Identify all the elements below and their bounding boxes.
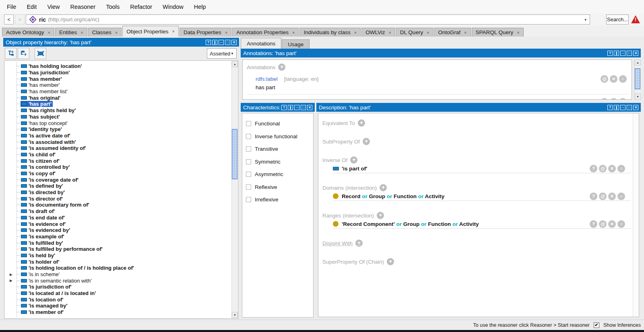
- annotate-icon[interactable]: @: [601, 98, 608, 100]
- delete-icon[interactable]: ✕: [610, 75, 617, 83]
- scrollbar-thumb[interactable]: [635, 68, 640, 89]
- tree-row[interactable]: 'is location of': [4, 296, 231, 303]
- tab-ontograf[interactable]: OntoGraf×: [434, 28, 471, 37]
- close-icon[interactable]: ✕: [633, 51, 638, 56]
- tab-owlviz[interactable]: OWLViz×: [361, 28, 395, 37]
- tree-row[interactable]: 'is citizen of': [4, 158, 231, 164]
- delete-property-button[interactable]: [35, 48, 46, 59]
- add-inverse-ofbutton[interactable]: +: [350, 156, 357, 164]
- add-ranges-intersection-button[interactable]: +: [377, 212, 384, 219]
- tree-row[interactable]: 'is located at / is located in': [4, 290, 231, 297]
- close-icon[interactable]: ✕: [307, 105, 312, 110]
- maximize-icon[interactable]: □: [301, 105, 306, 110]
- tab-individuals-by-class[interactable]: Individuals by class×: [299, 28, 361, 37]
- menu-file[interactable]: File: [2, 4, 21, 10]
- float-icon[interactable]: ∥: [288, 105, 293, 110]
- delete-icon[interactable]: ✕: [610, 98, 617, 100]
- delete-icon[interactable]: ✕: [608, 220, 616, 228]
- menu-tools[interactable]: Tools: [101, 4, 125, 10]
- tree-row[interactable]: 'is evidence of': [4, 221, 231, 227]
- checkbox-symmetric[interactable]: [246, 159, 251, 164]
- tree-row[interactable]: 'is fulfilled by performance of': [4, 246, 231, 252]
- close-icon[interactable]: ×: [464, 30, 466, 35]
- hierarchy-view-select[interactable]: Asserted ▼: [207, 48, 237, 59]
- close-icon[interactable]: ×: [292, 30, 295, 35]
- tree-row[interactable]: 'is child of': [4, 152, 231, 158]
- add-disjoint-withbutton[interactable]: +: [355, 240, 363, 247]
- tree-row[interactable]: 'has rights held by': [4, 107, 231, 114]
- checkbox-irreflexive[interactable]: [246, 197, 251, 202]
- menu-refactor[interactable]: Refactor: [125, 4, 157, 10]
- help-icon[interactable]: ?: [607, 105, 613, 110]
- expand-icon[interactable]: ▶: [10, 273, 12, 277]
- tree-row[interactable]: 'is directed by': [4, 189, 231, 196]
- add-domains-intersection-button[interactable]: +: [380, 184, 387, 191]
- annotate-icon[interactable]: @: [599, 165, 607, 172]
- tree-row[interactable]: ▶'is in scheme': [4, 271, 231, 278]
- annotate-icon[interactable]: @: [601, 75, 608, 83]
- menu-view[interactable]: View: [42, 4, 65, 10]
- annotate-icon[interactable]: @: [599, 220, 607, 228]
- maximize-icon[interactable]: □: [627, 51, 632, 56]
- tree-row[interactable]: 'has subject': [4, 114, 231, 120]
- tree-row[interactable]: 'is holder of': [4, 258, 231, 265]
- description-item[interactable]: Record or Group or Function or Activity?…: [333, 192, 631, 201]
- tree-row[interactable]: 'is held by': [4, 252, 231, 259]
- description-item[interactable]: 'is part of'?@✕○: [333, 164, 631, 173]
- scroll-down-icon[interactable]: ▼: [232, 312, 238, 318]
- tree-row[interactable]: 'is example of': [4, 234, 231, 240]
- menu-window[interactable]: Window: [157, 4, 189, 10]
- tab-annotations[interactable]: Annotations: [241, 38, 281, 49]
- checkbox-asymmetric[interactable]: [246, 172, 251, 177]
- tree-row[interactable]: 'has member list': [4, 88, 231, 95]
- tree-row[interactable]: 'has top concept': [4, 120, 231, 126]
- tab-entities[interactable]: Entities×: [55, 28, 87, 37]
- tree-row[interactable]: 'has jurisdiction': [4, 70, 231, 76]
- minimize-icon[interactable]: ─: [219, 40, 224, 45]
- help-icon[interactable]: ?: [206, 40, 211, 45]
- dropdown-arrow-icon[interactable]: ▾: [584, 18, 586, 22]
- explain-icon[interactable]: ?: [590, 193, 597, 200]
- float-icon[interactable]: ∥: [614, 105, 619, 110]
- help-icon[interactable]: ?: [607, 51, 613, 56]
- maximize-icon[interactable]: □: [225, 40, 230, 45]
- scroll-up-icon[interactable]: ▲: [232, 61, 238, 67]
- tree-row[interactable]: 'is assumed identity of': [4, 145, 231, 152]
- tree-row[interactable]: 'has original': [4, 94, 231, 101]
- tree-row[interactable]: 'is defined by': [4, 183, 231, 189]
- edit-icon[interactable]: ○: [619, 98, 627, 100]
- scrollbar-thumb[interactable]: [232, 129, 237, 179]
- float-icon[interactable]: ∥: [212, 40, 217, 45]
- tab-data-properties[interactable]: Data Properties×: [180, 28, 231, 37]
- tree-row[interactable]: 'is member of': [4, 309, 231, 316]
- scroll-down-icon[interactable]: ▼: [635, 94, 641, 100]
- close-icon[interactable]: ×: [48, 30, 50, 35]
- add-sibling-property-button[interactable]: [18, 48, 29, 59]
- delete-icon[interactable]: ✕: [608, 193, 616, 200]
- annotate-icon[interactable]: @: [599, 193, 607, 200]
- scroll-up-icon[interactable]: ▲: [635, 59, 641, 66]
- tree-row[interactable]: 'is evidenced by': [4, 227, 231, 234]
- add-annotation-button[interactable]: +: [278, 64, 285, 71]
- tree-row[interactable]: 'is associated with': [4, 139, 231, 145]
- explain-icon[interactable]: ?: [590, 220, 597, 228]
- tab-usage[interactable]: Usage: [282, 39, 310, 49]
- tree-row[interactable]: 'identity type': [4, 126, 231, 133]
- tree-row[interactable]: 'has holding location': [4, 63, 231, 70]
- tree-row[interactable]: 'is copy of': [4, 170, 231, 177]
- tree-row[interactable]: 'is managed by': [4, 303, 231, 309]
- add-equivalent-tobutton[interactable]: +: [358, 119, 365, 127]
- tree-row[interactable]: 'is coverage date of': [4, 176, 231, 183]
- tab-dl-query[interactable]: DL Query×: [396, 28, 433, 37]
- minimize-icon[interactable]: ─: [620, 51, 625, 56]
- search-button[interactable]: Search...: [606, 14, 629, 25]
- add-subproperty-ofbutton[interactable]: +: [363, 138, 370, 145]
- close-icon[interactable]: ×: [517, 30, 519, 35]
- expand-icon[interactable]: ▶: [10, 279, 12, 283]
- tree-row[interactable]: 'is fulfilled by': [4, 240, 231, 246]
- tree-row[interactable]: 'is director of': [4, 195, 231, 202]
- add-superproperty-of-chain-button[interactable]: +: [387, 258, 394, 265]
- tree-row[interactable]: 'has member': [4, 76, 231, 82]
- tab-classes[interactable]: Classes×: [88, 28, 122, 37]
- maximize-icon[interactable]: □: [627, 105, 632, 110]
